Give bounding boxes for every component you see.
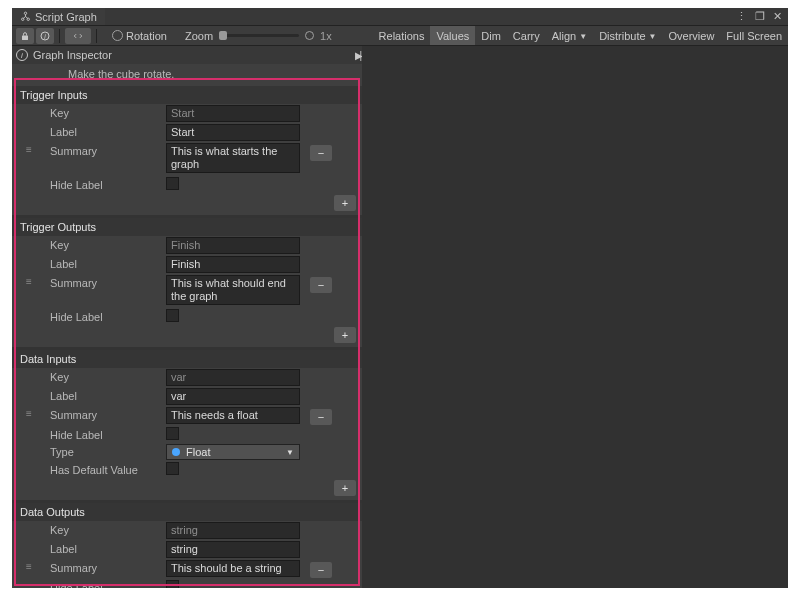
drag-handle-icon[interactable]: ≡: [26, 145, 36, 155]
field-label: Summary: [26, 143, 166, 157]
code-button[interactable]: [65, 28, 91, 44]
text-input[interactable]: [166, 124, 300, 141]
window-tab[interactable]: Script Graph: [12, 8, 105, 25]
toolbar-tab-distribute[interactable]: Distribute▼: [593, 26, 662, 45]
restore-icon[interactable]: ❐: [755, 10, 765, 23]
toolbar: i Rotation Zoom 1x RelationsValuesDimCar…: [12, 26, 788, 46]
info-icon: i: [16, 49, 28, 61]
type-name: Float: [186, 446, 210, 458]
field-row: Hide Label: [12, 308, 362, 325]
toolbar-tab-dim[interactable]: Dim: [475, 26, 507, 45]
window-controls: ⋮ ❐ ✕: [736, 10, 788, 23]
text-input[interactable]: [166, 388, 300, 405]
lock-button[interactable]: [16, 28, 34, 44]
field-value: [166, 462, 300, 477]
field-row: Hide Label: [12, 579, 362, 588]
text-input[interactable]: [166, 256, 300, 273]
checkbox[interactable]: [166, 427, 179, 440]
field-value: [166, 143, 300, 175]
drag-handle-icon[interactable]: ≡: [26, 277, 36, 287]
key-input: [166, 105, 300, 122]
remove-button[interactable]: −: [310, 409, 332, 425]
field-value: [166, 177, 300, 192]
toolbar-tab-values[interactable]: Values: [430, 26, 475, 45]
graph-canvas[interactable]: [362, 46, 788, 588]
field-row: Key: [12, 104, 362, 123]
drag-handle-icon[interactable]: ≡: [26, 562, 36, 572]
section-data-inputs: Data InputsKeyLabel≡Summary−Hide LabelTy…: [12, 350, 362, 503]
section-header[interactable]: Trigger Inputs: [12, 86, 362, 104]
field-label: Type: [26, 444, 166, 458]
field-label: Label: [26, 541, 166, 555]
remove-button[interactable]: −: [310, 277, 332, 293]
rotation-control[interactable]: Rotation: [112, 30, 167, 42]
info-button[interactable]: i: [36, 28, 54, 44]
window-title: Script Graph: [35, 11, 97, 23]
field-label: Summary: [26, 407, 166, 421]
summary-input[interactable]: [166, 275, 300, 305]
add-button[interactable]: +: [334, 327, 356, 343]
add-button[interactable]: +: [334, 195, 356, 211]
zoom-reset-icon[interactable]: [305, 31, 314, 40]
summary-input[interactable]: [166, 143, 300, 173]
text-input[interactable]: [166, 541, 300, 558]
menu-icon[interactable]: ⋮: [736, 10, 747, 23]
section-header[interactable]: Data Outputs: [12, 503, 362, 521]
field-label: Key: [26, 105, 166, 119]
field-row: ≡Summary−: [12, 274, 362, 308]
field-label: Hide Label: [26, 427, 166, 441]
toolbar-tab-carry[interactable]: Carry: [507, 26, 546, 45]
section-header[interactable]: Trigger Outputs: [12, 218, 362, 236]
field-value: [166, 580, 300, 588]
field-value: [166, 256, 300, 273]
field-value: [166, 407, 300, 424]
field-value: [166, 388, 300, 405]
field-label: Key: [26, 522, 166, 536]
svg-point-0: [24, 12, 26, 14]
checkbox[interactable]: [166, 177, 179, 190]
graph-icon: [20, 11, 31, 22]
remove-button[interactable]: −: [310, 562, 332, 578]
section-trigger-outputs: Trigger OutputsKeyLabel≡Summary−Hide Lab…: [12, 218, 362, 350]
remove-button[interactable]: −: [310, 145, 332, 161]
inspector-header[interactable]: i Graph Inspector ▶|: [12, 46, 362, 64]
drag-handle-icon[interactable]: ≡: [26, 409, 36, 419]
field-row: Has Default Value: [12, 461, 362, 478]
field-row: ≡Summary−: [12, 406, 362, 426]
summary-input[interactable]: [166, 560, 300, 577]
toolbar-tab-overview[interactable]: Overview: [663, 26, 721, 45]
field-value: [166, 105, 300, 122]
key-input: [166, 522, 300, 539]
field-row: Label: [12, 387, 362, 406]
field-value: [166, 522, 300, 539]
toolbar-tab-align[interactable]: Align▼: [546, 26, 593, 45]
toolbar-tab-relations[interactable]: Relations: [373, 26, 431, 45]
checkbox[interactable]: [166, 580, 179, 588]
zoom-value: 1x: [320, 30, 332, 42]
checkbox[interactable]: [166, 309, 179, 322]
title-bar: Script Graph ⋮ ❐ ✕: [12, 8, 788, 26]
add-button[interactable]: +: [334, 480, 356, 496]
summary-input[interactable]: [166, 407, 300, 424]
collapse-icon[interactable]: ▶|: [355, 50, 358, 61]
field-row: Label: [12, 540, 362, 559]
toolbar-tabs: RelationsValuesDimCarryAlign▼Distribute▼…: [373, 26, 788, 45]
close-icon[interactable]: ✕: [773, 10, 782, 23]
zoom-slider[interactable]: [219, 34, 299, 37]
field-label: Label: [26, 256, 166, 270]
checkbox[interactable]: [166, 462, 179, 475]
section-header[interactable]: Data Inputs: [12, 350, 362, 368]
inspector-body: Make the cube rotate. Trigger InputsKeyL…: [12, 64, 362, 588]
field-row: Key: [12, 236, 362, 255]
script-graph-window: Script Graph ⋮ ❐ ✕ i Rotation Zoom 1x: [12, 8, 788, 588]
field-row: Hide Label: [12, 426, 362, 443]
toolbar-tab-full-screen[interactable]: Full Screen: [720, 26, 788, 45]
field-row: TypeFloat▼: [12, 443, 362, 461]
section-trigger-inputs: Trigger InputsKeyLabel≡Summary−Hide Labe…: [12, 86, 362, 218]
field-label: Hide Label: [26, 580, 166, 588]
type-dropdown[interactable]: Float▼: [166, 444, 300, 460]
field-value: [166, 560, 300, 577]
field-label: Has Default Value: [26, 462, 166, 476]
field-row: ≡Summary−: [12, 559, 362, 579]
field-value: [166, 237, 300, 254]
